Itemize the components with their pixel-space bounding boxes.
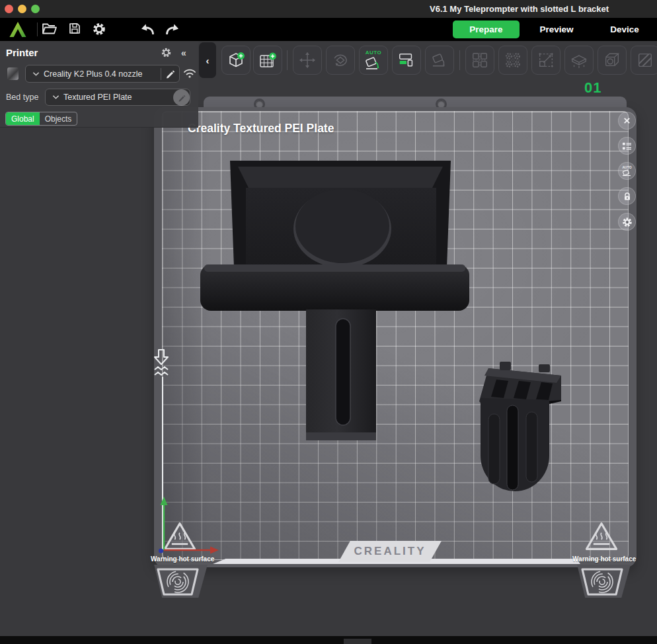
bottom-notch bbox=[344, 639, 371, 644]
model-teleprompter-bracket[interactable] bbox=[200, 161, 469, 440]
tab-objects[interactable]: Objects bbox=[40, 112, 77, 125]
paint-button[interactable] bbox=[631, 46, 657, 75]
lock-icon bbox=[623, 192, 632, 201]
list-icon bbox=[622, 141, 632, 151]
bottom-strip bbox=[0, 636, 657, 644]
chevron-down-icon bbox=[32, 71, 40, 77]
dropdown-divider bbox=[161, 68, 161, 80]
printer-select[interactable]: Creality K2 Plus 0.4 nozzle bbox=[25, 65, 180, 83]
toolbar-divider bbox=[459, 50, 460, 70]
edit-pencil-icon bbox=[178, 94, 186, 102]
render-style-button[interactable] bbox=[598, 46, 627, 75]
zoom-traffic-light[interactable] bbox=[31, 5, 40, 13]
redo-button[interactable] bbox=[163, 22, 181, 38]
tab-device[interactable]: Device bbox=[597, 18, 652, 41]
auto-orient-button[interactable]: AUTO bbox=[359, 46, 388, 75]
bed-type-value: Textured PEI Plate bbox=[63, 93, 132, 102]
scale-button[interactable] bbox=[531, 46, 560, 75]
printer-name: Creality K2 Plus 0.4 nozzle bbox=[44, 69, 157, 79]
chevron-down-icon bbox=[52, 95, 59, 100]
app-toolbar: Prepare Preview Device bbox=[0, 18, 657, 41]
minimize-traffic-light[interactable] bbox=[18, 5, 26, 13]
printer-settings-gear-icon[interactable] bbox=[161, 47, 172, 58]
panel-collapse-button[interactable]: « bbox=[181, 48, 186, 58]
move-button[interactable] bbox=[293, 46, 322, 75]
toolbar-divider bbox=[37, 22, 38, 36]
toolbar-divider bbox=[287, 50, 288, 70]
rotate-button[interactable] bbox=[326, 46, 355, 75]
creality-logo-icon bbox=[8, 20, 28, 38]
bed-type-label: Bed type bbox=[6, 93, 38, 102]
plate-auto-orient-button[interactable]: AUTO bbox=[618, 162, 636, 180]
wifi-icon[interactable] bbox=[183, 67, 196, 79]
bed-type-select[interactable]: Textured PEI Plate bbox=[45, 89, 190, 106]
edit-pencil-icon[interactable] bbox=[165, 69, 175, 79]
settings-gear-icon[interactable] bbox=[92, 22, 106, 36]
app-window: V6.1 My Teleprompter with slotted L brac… bbox=[0, 0, 657, 644]
titlebar: V6.1 My Teleprompter with slotted L brac… bbox=[0, 0, 657, 18]
tab-prepare[interactable]: Prepare bbox=[453, 20, 520, 38]
close-traffic-light[interactable] bbox=[5, 5, 13, 13]
lay-flat-icon bbox=[622, 169, 632, 177]
tab-preview[interactable]: Preview bbox=[529, 18, 584, 41]
bed-adjust-button[interactable] bbox=[564, 46, 594, 75]
auto-label: AUTO bbox=[366, 50, 382, 56]
bed-type-edit-button[interactable] bbox=[173, 89, 190, 106]
add-plate-button[interactable] bbox=[253, 46, 282, 75]
open-file-button[interactable] bbox=[42, 22, 58, 36]
printer-panel-title: Printer bbox=[6, 47, 38, 58]
model-slotted-l-bracket[interactable] bbox=[479, 362, 561, 491]
close-icon bbox=[623, 116, 631, 125]
flex-plate-icon bbox=[151, 348, 171, 381]
tab-global[interactable]: Global bbox=[6, 112, 40, 125]
add-model-button[interactable] bbox=[221, 46, 251, 75]
plate-close-button[interactable] bbox=[618, 112, 636, 130]
chevron-left-icon: ‹ bbox=[206, 55, 210, 66]
plate-list-button[interactable] bbox=[618, 137, 636, 155]
printer-thumbnail bbox=[7, 67, 19, 80]
gear-icon bbox=[622, 217, 633, 227]
undo-button[interactable] bbox=[139, 22, 157, 38]
split-parts-button[interactable] bbox=[465, 46, 494, 75]
viewport-3d[interactable]: CREALITY Warning hot surface Warning hot… bbox=[0, 41, 657, 636]
scope-tabs: Global Objects bbox=[5, 112, 77, 126]
plate-lock-button[interactable] bbox=[618, 187, 636, 205]
save-button[interactable] bbox=[68, 22, 81, 35]
window-title: V6.1 My Teleprompter with slotted L brac… bbox=[430, 4, 609, 14]
plate-number[interactable]: 01 bbox=[584, 79, 601, 97]
plate-title: Creality Textured PEI Plate bbox=[188, 122, 334, 136]
printer-panel: Printer « Creality K2 Plus 0.4 nozzle bbox=[0, 41, 198, 128]
panel-toggle-button[interactable]: ‹ bbox=[199, 42, 216, 78]
plate-settings-button[interactable] bbox=[618, 213, 636, 231]
per-object-settings-button[interactable] bbox=[498, 46, 527, 75]
lay-flat-button[interactable] bbox=[425, 46, 454, 75]
arrange-button[interactable] bbox=[392, 46, 421, 75]
